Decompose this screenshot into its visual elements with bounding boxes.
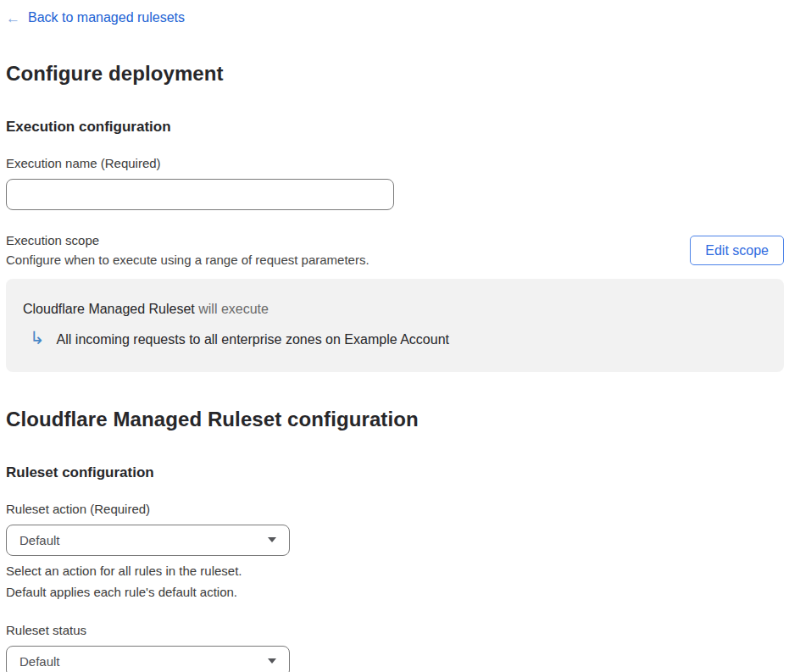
back-to-managed-rulesets-link[interactable]: ← Back to managed rulesets: [6, 10, 185, 25]
configure-deployment-page: ← Back to managed rulesets Configure dep…: [0, 0, 784, 672]
back-link-label: Back to managed rulesets: [28, 10, 185, 25]
ruleset-action-help: Select an action for all rules in the ru…: [6, 560, 779, 603]
execution-scope-description: Configure when to execute using a range …: [6, 250, 369, 270]
ruleset-name-text: Cloudflare Managed Ruleset: [23, 302, 195, 316]
edit-scope-button[interactable]: Edit scope: [690, 236, 784, 265]
scope-summary-text: All incoming requests to all enterprise …: [57, 330, 449, 350]
chevron-down-icon: [268, 658, 276, 664]
ruleset-action-value: Default: [19, 533, 60, 547]
execution-scope-texts: Execution scope Configure when to execut…: [6, 231, 369, 270]
ruleset-status-select[interactable]: Default: [6, 646, 290, 672]
branch-arrow-icon: ↳: [30, 329, 45, 347]
scope-summary-headline: Cloudflare Managed Ruleset will execute: [23, 300, 767, 319]
ruleset-status-value: Default: [19, 654, 60, 669]
chevron-down-icon: [268, 537, 276, 542]
ruleset-action-label: Ruleset action (Required): [6, 501, 779, 518]
back-arrow-icon: ←: [6, 11, 20, 25]
ruleset-action-help-line-2: Default applies each rule's default acti…: [6, 581, 779, 603]
section-title-ruleset-configuration: Ruleset configuration: [6, 464, 779, 481]
ruleset-action-help-line-1: Select an action for all rules in the ru…: [6, 560, 779, 581]
scope-summary-detail: ↳ All incoming requests to all enterpris…: [23, 330, 767, 350]
page-title: Configure deployment: [6, 60, 779, 86]
execution-name-input[interactable]: [6, 179, 394, 210]
execution-scope-label: Execution scope: [6, 231, 369, 250]
scope-summary-panel: Cloudflare Managed Ruleset will execute …: [6, 279, 784, 372]
execution-scope-row: Execution scope Configure when to execut…: [6, 231, 784, 270]
will-execute-text: will execute: [195, 302, 269, 316]
execution-name-label: Execution name (Required): [6, 155, 779, 172]
ruleset-action-select[interactable]: Default: [6, 525, 290, 556]
section-title-execution-configuration: Execution configuration: [6, 119, 779, 136]
ruleset-status-label: Ruleset status: [6, 622, 779, 639]
ruleset-configuration-title: Cloudflare Managed Ruleset configuration: [6, 406, 779, 432]
